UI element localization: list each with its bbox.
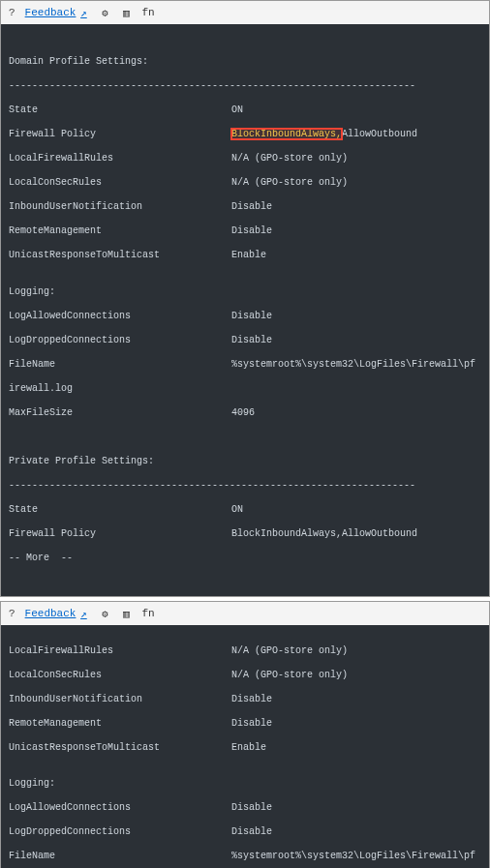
value: %systemroot%\system32\LogFiles\Firewall\… <box>231 359 481 372</box>
help-icon[interactable]: ? <box>9 7 15 18</box>
label: LocalConSecRules <box>9 670 231 682</box>
value: ON <box>231 105 481 117</box>
value: BlockInboundAlways,AllowOutbound <box>231 528 481 541</box>
label: irewall.log <box>9 383 231 396</box>
fn-button[interactable]: fn <box>141 7 154 18</box>
gear-icon[interactable]: ⚙ <box>99 608 110 619</box>
label: InboundUserNotification <box>9 201 231 214</box>
label: State <box>9 504 231 517</box>
value: ON <box>231 504 481 517</box>
feedback-link[interactable]: Feedback↗ <box>25 7 90 18</box>
terminal-panel-1: ? Feedback↗ ⚙ ▥ fn Domain Profile Settin… <box>0 0 490 597</box>
external-link-icon: ↗ <box>77 608 89 619</box>
label: RemoteManagement <box>9 225 231 238</box>
value: Disable <box>231 311 481 323</box>
label: State <box>9 105 231 117</box>
gear-icon[interactable]: ⚙ <box>99 7 110 18</box>
section-heading: Domain Profile Settings: <box>9 56 148 69</box>
label: MaxFileSize <box>9 407 231 420</box>
value: N/A (GPO-store only) <box>231 645 481 658</box>
label: Firewall Policy <box>9 129 231 141</box>
label: LogAllowedConnections <box>9 311 231 323</box>
value: N/A (GPO-store only) <box>231 177 481 190</box>
terminal-panel-2: ? Feedback↗ ⚙ ▥ fn LocalFirewallRulesN/A… <box>0 601 490 868</box>
help-icon[interactable]: ? <box>9 608 15 619</box>
label: LocalConSecRules <box>9 177 231 190</box>
value: Enable <box>231 250 481 262</box>
value: Disable <box>231 201 481 214</box>
label: InboundUserNotification <box>9 694 231 706</box>
label: LogAllowedConnections <box>9 802 231 815</box>
dash-line: ----------------------------------------… <box>9 480 415 493</box>
section-heading: Private Profile Settings: <box>9 456 154 468</box>
label: RemoteManagement <box>9 718 231 731</box>
external-link-icon: ↗ <box>77 7 89 18</box>
value: %systemroot%\system32\LogFiles\Firewall\… <box>231 851 481 863</box>
label: LocalFirewallRules <box>9 153 231 165</box>
logging-heading: Logging: <box>9 286 55 299</box>
value: Disable <box>231 225 481 238</box>
label: LocalFirewallRules <box>9 645 231 658</box>
value: N/A (GPO-store only) <box>231 670 481 682</box>
dashboard-icon[interactable]: ▥ <box>120 608 132 619</box>
value: N/A (GPO-store only) <box>231 153 481 165</box>
highlight-value: BlockInboundAlways,AllowOutbound <box>231 129 417 141</box>
value: Enable <box>231 742 481 755</box>
terminal-output[interactable]: LocalFirewallRulesN/A (GPO-store only) L… <box>1 625 489 868</box>
label: UnicastResponseToMulticast <box>9 742 231 755</box>
value: Disable <box>231 694 481 706</box>
fn-button[interactable]: fn <box>141 608 154 619</box>
terminal-output[interactable]: Domain Profile Settings: ---------------… <box>1 24 489 596</box>
label: FileName <box>9 851 231 863</box>
value: Disable <box>231 718 481 731</box>
dashboard-icon[interactable]: ▥ <box>120 7 132 18</box>
label: LogDroppedConnections <box>9 335 231 347</box>
more-prompt[interactable]: -- More -- <box>9 553 231 565</box>
value: Disable <box>231 335 481 347</box>
dash-line: ----------------------------------------… <box>9 80 415 93</box>
toolbar: ? Feedback↗ ⚙ ▥ fn <box>1 602 489 625</box>
label: LogDroppedConnections <box>9 826 231 839</box>
logging-heading: Logging: <box>9 778 55 791</box>
value: 4096 <box>231 407 481 420</box>
value: Disable <box>231 802 481 815</box>
toolbar: ? Feedback↗ ⚙ ▥ fn <box>1 1 489 24</box>
label: UnicastResponseToMulticast <box>9 250 231 262</box>
value: Disable <box>231 826 481 839</box>
label: Firewall Policy <box>9 528 231 541</box>
label: FileName <box>9 359 231 372</box>
feedback-link[interactable]: Feedback↗ <box>25 608 90 619</box>
